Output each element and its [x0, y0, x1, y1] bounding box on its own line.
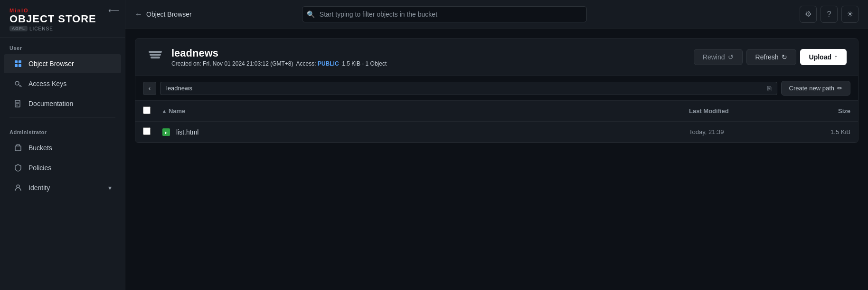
- buckets-label: Buckets: [28, 144, 52, 152]
- topbar-actions: ⚙ ? ☀: [800, 6, 859, 23]
- license-label: LICENSE: [29, 26, 53, 31]
- search-input[interactable]: [302, 6, 587, 22]
- doc-icon: [13, 99, 23, 108]
- created-on-label: Created on:: [171, 60, 201, 67]
- svg-rect-3: [19, 64, 21, 67]
- header-modified-col: Last Modified: [689, 107, 793, 115]
- breadcrumb-text: Object Browser: [146, 10, 192, 18]
- bucket-panel: leadnews Created on: Fri, Nov 01 2024 21…: [135, 38, 859, 143]
- row-checkbox[interactable]: [143, 127, 151, 135]
- sidebar: MinIO OBJECT STORE AGPL LICENSE ⟵ User O…: [0, 0, 125, 290]
- logo-area: MinIO OBJECT STORE AGPL LICENSE ⟵: [0, 0, 125, 38]
- create-new-path-label: Create new path: [789, 85, 834, 92]
- file-table: ▲ Name Last Modified Size H: [135, 101, 858, 143]
- refresh-label: Refresh: [755, 53, 779, 61]
- name-col-label: Name: [169, 107, 185, 115]
- breadcrumb: ← Object Browser: [135, 10, 192, 19]
- collapse-sidebar-button[interactable]: ⟵: [108, 6, 119, 15]
- breadcrumb-back-arrow[interactable]: ←: [135, 10, 142, 19]
- refresh-icon: ↻: [782, 53, 787, 61]
- shield-icon: [13, 163, 23, 173]
- browser-nav: ‹ leadnews ⎘ Create new path ✏: [135, 76, 858, 101]
- copy-path-button[interactable]: ⎘: [767, 85, 771, 92]
- row-name-col: H list.html: [162, 128, 689, 136]
- sidebar-item-buckets[interactable]: Buckets: [4, 138, 121, 157]
- sidebar-item-documentation[interactable]: Documentation: [4, 94, 121, 113]
- sidebar-divider: [9, 117, 115, 118]
- upload-label: Upload: [809, 53, 831, 61]
- path-display: leadnews ⎘: [160, 82, 777, 95]
- svg-rect-13: [151, 57, 160, 58]
- policies-label: Policies: [28, 164, 51, 172]
- license-badge: AGPL: [9, 26, 28, 31]
- bucket-name: leadnews: [171, 47, 686, 59]
- upload-icon: ↑: [834, 53, 838, 61]
- help-button[interactable]: ?: [821, 6, 838, 23]
- person-icon: [13, 183, 23, 193]
- license-area: AGPL LICENSE: [9, 26, 115, 31]
- admin-section-label: Administrator: [0, 122, 125, 138]
- sidebar-item-identity[interactable]: Identity ▾: [4, 178, 121, 197]
- main-content: ← Object Browser 🔍 ⚙ ? ☀: [125, 0, 868, 290]
- sidebar-item-access-keys[interactable]: Access Keys: [4, 74, 121, 93]
- svg-rect-2: [15, 64, 18, 67]
- row-check-col: [143, 127, 162, 136]
- rewind-icon: ↺: [728, 53, 734, 61]
- bucket-info: leadnews Created on: Fri, Nov 01 2024 21…: [171, 47, 686, 67]
- access-label: Access:: [296, 60, 316, 67]
- svg-rect-9: [15, 146, 21, 151]
- theme-button[interactable]: ☀: [841, 6, 859, 23]
- bucket-meta: Created on: Fri, Nov 01 2024 21:03:12 (G…: [171, 60, 686, 67]
- key-icon: [13, 79, 23, 88]
- table-header: ▲ Name Last Modified Size: [135, 101, 858, 122]
- grid-icon: [13, 59, 23, 68]
- access-keys-label: Access Keys: [28, 80, 66, 87]
- select-all-checkbox[interactable]: [143, 106, 151, 114]
- refresh-button[interactable]: Refresh ↻: [746, 49, 796, 65]
- sidebar-item-object-browser[interactable]: Object Browser: [4, 54, 121, 73]
- rewind-label: Rewind: [703, 53, 725, 61]
- svg-text:H: H: [165, 131, 167, 135]
- svg-rect-1: [19, 60, 21, 63]
- header-size-col: Size: [793, 107, 850, 115]
- file-modified: Today, 21:39: [689, 128, 793, 135]
- svg-point-10: [17, 185, 19, 188]
- documentation-label: Documentation: [28, 100, 73, 107]
- file-size: 1.5 KiB: [793, 128, 850, 135]
- svg-rect-11: [149, 51, 162, 53]
- sort-arrow-icon: ▲: [162, 108, 167, 114]
- upload-button[interactable]: Upload ↑: [800, 49, 847, 65]
- file-name: list.html: [176, 128, 198, 136]
- create-path-icon: ✏: [837, 85, 842, 92]
- product-name: OBJECT STORE: [9, 13, 115, 25]
- user-section-label: User: [0, 38, 125, 54]
- bucket-stack-icon: [147, 47, 164, 67]
- header-check-col: [143, 106, 162, 116]
- search-bar: 🔍: [302, 6, 587, 22]
- rewind-button[interactable]: Rewind ↺: [694, 49, 743, 65]
- bucket-actions: Rewind ↺ Refresh ↻ Upload ↑: [694, 49, 847, 65]
- chevron-down-icon: ▾: [108, 184, 112, 192]
- current-path-text: leadnews: [166, 85, 192, 92]
- header-name-col: ▲ Name: [162, 107, 689, 115]
- object-browser-label: Object Browser: [28, 60, 74, 68]
- svg-rect-0: [15, 60, 18, 63]
- nav-back-button[interactable]: ‹: [143, 82, 156, 95]
- bucket-header: leadnews Created on: Fri, Nov 01 2024 21…: [135, 39, 858, 76]
- table-row[interactable]: H list.html Today, 21:39 1.5 KiB: [135, 122, 858, 143]
- html-file-icon: H: [162, 128, 170, 136]
- bucket-icon: [13, 143, 23, 153]
- identity-label: Identity: [28, 184, 50, 192]
- settings-button[interactable]: ⚙: [800, 6, 817, 23]
- sidebar-item-policies[interactable]: Policies: [4, 158, 121, 177]
- topbar: ← Object Browser 🔍 ⚙ ? ☀: [125, 0, 868, 29]
- svg-rect-12: [150, 54, 161, 56]
- size-info: 1.5 KiB - 1 Object: [342, 60, 387, 67]
- search-icon: 🔍: [307, 10, 315, 18]
- content-area: leadnews Created on: Fri, Nov 01 2024 21…: [125, 29, 868, 290]
- create-new-path-button[interactable]: Create new path ✏: [781, 81, 850, 96]
